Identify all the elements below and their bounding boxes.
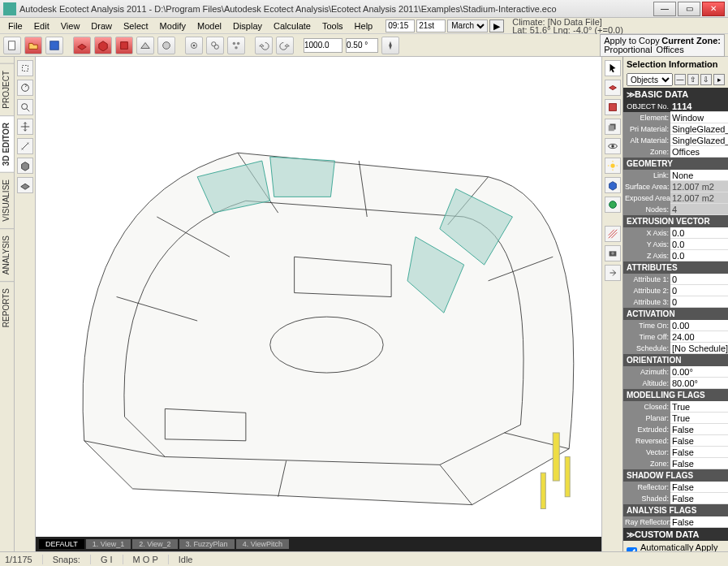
menu-display[interactable]: Display: [228, 19, 267, 32]
ray-reflector-value[interactable]: False: [670, 516, 728, 528]
object-type-select[interactable]: Objects: [627, 73, 673, 86]
time-day-input[interactable]: [416, 19, 446, 32]
tool-select-icon[interactable]: [17, 60, 33, 76]
globe-icon[interactable]: [605, 197, 621, 213]
time-on-value[interactable]: 0.00: [670, 320, 728, 331]
section-shadow-flags[interactable]: SHADOW FLAGS: [623, 469, 728, 482]
section-activation[interactable]: ACTIVATION: [623, 308, 728, 320]
compass-button[interactable]: [381, 37, 399, 54]
vector-value[interactable]: False: [670, 447, 728, 458]
3d-canvas[interactable]: [36, 57, 601, 537]
materials-icon[interactable]: [605, 99, 621, 115]
element-value[interactable]: Window: [670, 112, 728, 123]
reflector-value[interactable]: False: [670, 482, 728, 493]
menu-view[interactable]: View: [56, 19, 85, 32]
tool-gear-button[interactable]: [185, 37, 203, 54]
nav-down-button[interactable]: ⇩: [700, 74, 712, 85]
shaded-value[interactable]: False: [670, 493, 728, 504]
tool-box3-button[interactable]: [115, 37, 133, 54]
tool-zoom-icon[interactable]: [17, 99, 33, 115]
time-month-select[interactable]: March: [447, 19, 488, 32]
menu-model[interactable]: Model: [192, 19, 226, 32]
time-off-value[interactable]: 24.00: [670, 331, 728, 343]
closed-value[interactable]: True: [670, 401, 728, 413]
attr3-value[interactable]: 0: [670, 296, 728, 308]
z-axis-value[interactable]: 0.0: [670, 250, 728, 261]
maximize-button[interactable]: ▭: [678, 2, 700, 16]
menu-calculate[interactable]: Calculate: [269, 19, 316, 32]
section-custom-data[interactable]: ≫ CUSTOM DATA: [623, 528, 728, 541]
scale-input[interactable]: [304, 38, 342, 53]
x-axis-value[interactable]: 0.0: [670, 227, 728, 239]
y-axis-value[interactable]: 0.0: [670, 239, 728, 250]
tab-visualise[interactable]: VISUALISE: [0, 172, 14, 228]
zone-flag-value[interactable]: False: [670, 458, 728, 469]
view-tab-2[interactable]: 2. View_2: [132, 539, 177, 549]
visibility-icon[interactable]: [605, 138, 621, 154]
menu-select[interactable]: Select: [118, 19, 153, 32]
tool-prism-button[interactable]: [136, 37, 154, 54]
tool-move-icon[interactable]: [17, 119, 33, 135]
sun-icon[interactable]: [605, 158, 621, 174]
planar-value[interactable]: True: [670, 413, 728, 424]
tool-box-button[interactable]: [73, 37, 91, 54]
camera-icon[interactable]: [605, 245, 621, 261]
attr1-value[interactable]: 0: [670, 274, 728, 285]
schedule-value[interactable]: [No Schedule]: [670, 343, 728, 354]
auto-apply-checkbox[interactable]: Automatically Apply Changes: [627, 542, 725, 551]
tab-project[interactable]: PROJECT: [0, 63, 14, 115]
section-basic-data[interactable]: ≫ BASIC DATA: [623, 88, 728, 101]
open-button[interactable]: [24, 37, 42, 54]
view-tab-default[interactable]: DEFAULT: [39, 539, 84, 549]
time-hour-input[interactable]: [386, 19, 415, 32]
zones-icon[interactable]: [605, 80, 621, 96]
export-icon[interactable]: [605, 265, 621, 281]
tab-3d-editor[interactable]: 3D EDITOR: [0, 115, 14, 172]
altitude-value[interactable]: 80.00°: [670, 378, 728, 389]
tool-gear2-button[interactable]: [206, 37, 224, 54]
pri-material-value[interactable]: SingleGlazed_Tir: [670, 123, 728, 135]
menu-draw[interactable]: Draw: [86, 19, 117, 32]
attr2-value[interactable]: 0: [670, 285, 728, 296]
extruded-value[interactable]: False: [670, 424, 728, 435]
view-tab-3[interactable]: 3. FuzzyPlan: [179, 539, 235, 549]
menu-edit[interactable]: Edit: [29, 19, 54, 32]
section-orientation[interactable]: ORIENTATION: [623, 354, 728, 366]
tool-sphere-button[interactable]: [157, 37, 175, 54]
section-geometry[interactable]: GEOMETRY: [623, 158, 728, 170]
tool-cluster-button[interactable]: [227, 37, 245, 54]
tool-plane-icon[interactable]: [17, 177, 33, 193]
minimize-button[interactable]: —: [653, 2, 676, 16]
cursor-icon[interactable]: [605, 60, 621, 76]
link-value[interactable]: None: [670, 170, 728, 181]
close-button[interactable]: ✕: [702, 2, 725, 16]
cube-blue-icon[interactable]: [605, 177, 621, 193]
save-button[interactable]: [45, 37, 63, 54]
zone-value[interactable]: Offices: [670, 146, 728, 158]
alt-material-value[interactable]: SingleGlazed_Tir: [670, 135, 728, 146]
undo-button[interactable]: [255, 37, 273, 54]
redo-button[interactable]: [276, 37, 294, 54]
azimuth-value[interactable]: 0.00°: [670, 366, 728, 378]
shadows-icon[interactable]: [605, 119, 621, 135]
nav-up-button[interactable]: ⇧: [687, 74, 699, 85]
nav-first-button[interactable]: —: [674, 74, 686, 85]
menu-help[interactable]: Help: [350, 19, 378, 32]
play-button[interactable]: ▶: [489, 19, 504, 32]
tab-analysis[interactable]: ANALYSIS: [0, 228, 14, 281]
tool-cube-icon[interactable]: [17, 158, 33, 174]
new-button[interactable]: [3, 37, 21, 54]
view-tab-1[interactable]: 1. View_1: [86, 539, 131, 549]
menu-tools[interactable]: Tools: [317, 19, 348, 32]
tool-rotate-icon[interactable]: [17, 80, 33, 96]
menu-file[interactable]: File: [3, 19, 28, 32]
section-attributes[interactable]: ATTRIBUTES: [623, 261, 728, 274]
section-analysis-flags[interactable]: ANALYSIS FLAGS: [623, 504, 728, 516]
step-input[interactable]: [346, 38, 378, 53]
section-extrusion[interactable]: EXTRUSION VECTOR: [623, 215, 728, 227]
tool-box2-button[interactable]: [94, 37, 112, 54]
menu-modify[interactable]: Modify: [155, 19, 191, 32]
section-modelling-flags[interactable]: MODELLING FLAGS: [623, 389, 728, 401]
reversed-value[interactable]: False: [670, 435, 728, 447]
rays-icon[interactable]: [605, 226, 621, 242]
